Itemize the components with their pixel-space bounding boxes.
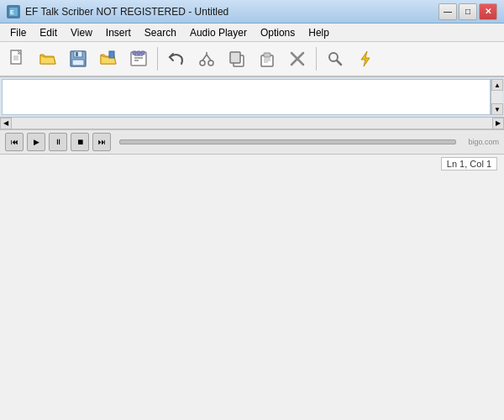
window-controls: — □ ✕ <box>438 3 497 20</box>
menu-item-options[interactable]: Options <box>254 25 302 40</box>
lightning-icon <box>355 49 375 69</box>
svg-marker-35 <box>361 51 370 66</box>
menu-item-edit[interactable]: Edit <box>33 25 64 40</box>
scroll-up-arrow[interactable]: ▲ <box>491 79 503 91</box>
maximize-button[interactable]: □ <box>459 3 477 20</box>
bookmark-icon <box>98 49 118 69</box>
title-bar: E EF Talk Scriber NOT REGISTERED - Untit… <box>0 0 504 24</box>
svg-rect-18 <box>141 51 144 55</box>
svg-rect-25 <box>230 52 240 63</box>
editor-area[interactable] <box>2 79 491 115</box>
svg-line-21 <box>202 55 207 60</box>
toolbar <box>0 42 504 77</box>
find-icon <box>325 49 345 69</box>
open-icon <box>38 49 58 69</box>
audio-player-bar: ⏮ ▶ ⏸ ⏹ ⏭ bigo.com <box>0 129 504 154</box>
stop-button[interactable]: ⏹ <box>71 133 89 151</box>
text-editor[interactable] <box>6 83 486 111</box>
menu-item-audio-player[interactable]: Audio Player <box>183 25 254 40</box>
svg-text:E: E <box>10 9 14 15</box>
svg-rect-17 <box>137 51 140 55</box>
new-button[interactable] <box>3 45 32 73</box>
save-icon <box>68 49 88 69</box>
copy-icon <box>227 49 247 69</box>
properties-icon <box>129 49 149 69</box>
bookmark-open-button[interactable] <box>94 45 123 73</box>
find-button[interactable] <box>321 45 349 73</box>
delete-icon <box>287 49 307 69</box>
status-bar: Ln 1, Col 1 <box>0 154 504 172</box>
menu-bar: FileEditViewInsertSearchAudio PlayerOpti… <box>0 24 504 42</box>
svg-rect-8 <box>76 52 78 56</box>
svg-rect-16 <box>133 51 136 55</box>
lightning-button[interactable] <box>351 45 380 73</box>
copy-button[interactable] <box>223 45 251 73</box>
svg-rect-27 <box>264 53 270 57</box>
menu-item-insert[interactable]: Insert <box>99 25 138 40</box>
scroll-right-arrow[interactable]: ▶ <box>492 118 504 129</box>
svg-rect-9 <box>72 60 84 66</box>
status-position: Ln 1, Col 1 <box>441 157 497 171</box>
pause-button[interactable]: ⏸ <box>49 133 67 151</box>
undo-icon <box>166 49 186 69</box>
menu-item-search[interactable]: Search <box>138 25 183 40</box>
watermark-text: bigo.com <box>468 138 499 146</box>
vertical-scrollbar[interactable]: ▲ ▼ <box>491 79 502 115</box>
save-button[interactable] <box>64 45 92 73</box>
svg-line-34 <box>337 60 341 65</box>
open-button[interactable] <box>34 45 62 73</box>
toolbar-separator-2 <box>316 47 317 71</box>
new-icon <box>8 49 28 69</box>
menu-item-file[interactable]: File <box>3 25 33 40</box>
play-button[interactable]: ▶ <box>27 133 45 151</box>
skip-back-button[interactable]: ⏮ <box>5 133 24 151</box>
svg-point-20 <box>208 60 213 66</box>
cut-icon <box>197 49 217 69</box>
scroll-thumb-v <box>491 91 502 103</box>
editor-container: ▲ ▼ <box>0 77 504 117</box>
skip-forward-button[interactable]: ⏭ <box>92 133 111 151</box>
paste-button[interactable] <box>253 45 281 73</box>
scroll-down-arrow[interactable]: ▼ <box>491 103 503 115</box>
svg-line-22 <box>207 55 211 60</box>
scroll-track-h <box>12 118 492 129</box>
menu-item-help[interactable]: Help <box>302 25 336 40</box>
audio-progress-bar[interactable] <box>119 139 456 144</box>
svg-point-19 <box>200 60 205 66</box>
window-title: EF Talk Scriber NOT REGISTERED - Untitle… <box>25 6 228 18</box>
undo-button[interactable] <box>162 45 191 73</box>
toolbar-separator-1 <box>157 47 158 71</box>
horizontal-scrollbar[interactable]: ◀ ▶ <box>0 117 504 129</box>
cut-button[interactable] <box>192 45 221 73</box>
delete-button[interactable] <box>283 45 312 73</box>
paste-icon <box>257 49 277 69</box>
menu-item-view[interactable]: View <box>64 25 99 40</box>
app-icon: E <box>7 5 20 18</box>
scroll-left-arrow[interactable]: ◀ <box>0 118 12 129</box>
properties-button[interactable] <box>124 45 153 73</box>
close-button[interactable]: ✕ <box>479 3 497 20</box>
title-left: E EF Talk Scriber NOT REGISTERED - Untit… <box>7 5 228 18</box>
minimize-button[interactable]: — <box>438 3 457 20</box>
